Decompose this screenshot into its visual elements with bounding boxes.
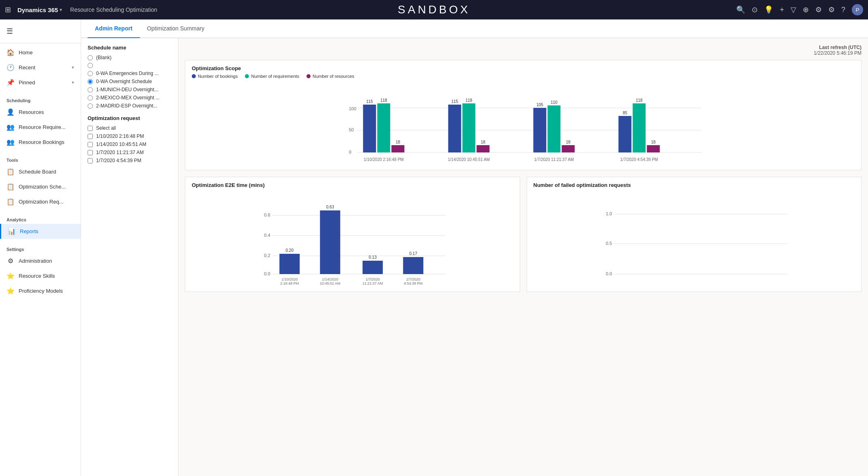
schedule-option-1-munich[interactable]: 1-MUNICH-DEU Overnight...	[88, 87, 171, 92]
svg-text:18: 18	[651, 140, 656, 144]
schedule-option-0wa-emerg[interactable]: 0-WA Emergencies During ...	[88, 71, 171, 76]
svg-text:18: 18	[396, 140, 401, 144]
sidebar-item-pinned[interactable]: 📌 Pinned ▾	[0, 75, 81, 90]
tab-optimization-summary[interactable]: Optimization Summary	[140, 19, 212, 38]
scope-chart-container: Optimization Scope Number of bookings Nu…	[185, 60, 862, 170]
schedule-radio-1-munich[interactable]	[88, 87, 93, 92]
failed-svg-chart: 0.0 0.5 1.0	[534, 192, 855, 285]
e2e-chart-card: Optimization E2E time (mins) 0.0 0.2 0.4…	[185, 177, 520, 292]
svg-text:0.20: 0.20	[286, 248, 294, 253]
chevron-down-icon: ▾	[72, 65, 74, 70]
schedule-icon: 📋	[6, 183, 15, 191]
help-icon[interactable]: ?	[841, 6, 845, 14]
settings-icon[interactable]: ⚙	[815, 5, 822, 14]
checkbox-r2-input[interactable]	[88, 142, 93, 147]
schedule-option-0wa-overnight[interactable]: 0-WA Overnight Schedule	[88, 79, 171, 84]
filter-icon[interactable]: ▽	[791, 5, 796, 14]
schedule-option-empty[interactable]	[88, 63, 171, 68]
sidebar-item-optimization-schedule[interactable]: 📋 Optimization Sche...	[0, 179, 81, 194]
request-icon: 📋	[6, 198, 15, 206]
sidebar-item-resource-bookings[interactable]: 👥 Resource Bookings	[0, 135, 81, 150]
sidebar-item-recent[interactable]: 🕐 Recent ▾	[0, 60, 81, 75]
admin-icon: ⚙	[6, 257, 15, 265]
skills-icon: ⭐	[6, 272, 15, 280]
sidebar-item-resource-requirements[interactable]: 👥 Resource Require...	[0, 120, 81, 135]
bar-g4-resources	[647, 145, 660, 152]
sidebar-item-resources[interactable]: 👤 Resources	[0, 105, 81, 120]
waffle-icon[interactable]: ⊞	[5, 5, 11, 14]
gear-icon[interactable]: ⚙	[828, 5, 835, 14]
add-icon[interactable]: +	[780, 6, 784, 14]
sidebar-item-schedule-board[interactable]: 📋 Schedule Board	[0, 164, 81, 179]
svg-text:11:21:37 AM: 11:21:37 AM	[362, 281, 383, 285]
checkbox-r1[interactable]: 1/10/2020 2:16:48 PM	[88, 133, 171, 139]
schedule-radio-2-mexico[interactable]	[88, 95, 93, 101]
svg-text:110: 110	[551, 100, 557, 105]
legend-bookings: Number of bookings	[192, 74, 238, 79]
avatar[interactable]: P	[852, 4, 863, 15]
sidebar-item-label: Recent	[19, 64, 35, 71]
svg-text:18: 18	[566, 140, 571, 144]
svg-text:0.17: 0.17	[409, 251, 418, 256]
e2e-bar-3	[362, 261, 383, 274]
sidebar-item-label: Optimization Req...	[19, 199, 64, 205]
checkbox-r3-input[interactable]	[88, 150, 93, 155]
settings-header: Settings	[0, 242, 81, 253]
checkbox-r3[interactable]: 1/7/2020 11:21:37 AM	[88, 150, 171, 155]
top-nav-actions: 🔍 ⊙ 💡 + ▽ ⊕ ⚙ ⚙ ? P	[736, 4, 863, 15]
svg-text:115: 115	[451, 99, 458, 104]
svg-text:0: 0	[349, 150, 351, 154]
bar-g2-resources	[477, 145, 490, 152]
svg-text:118: 118	[380, 98, 387, 103]
schedule-radio-2-madrid[interactable]	[88, 103, 93, 109]
bar-g1-requirements	[377, 103, 390, 152]
svg-text:105: 105	[536, 103, 543, 107]
sidebar-item-optimization-request[interactable]: 📋 Optimization Req...	[0, 194, 81, 209]
checkbox-select-all[interactable]: Select all	[88, 125, 171, 131]
checkbox-r4-input[interactable]	[88, 158, 93, 163]
checkbox-select-all-input[interactable]	[88, 126, 93, 131]
sidebar-item-administration[interactable]: ⚙ Administration	[0, 253, 81, 268]
sidebar-item-proficiency-models[interactable]: ⭐ Proficiency Models	[0, 283, 81, 298]
svg-text:1/7/2020 4:54:39 PM: 1/7/2020 4:54:39 PM	[620, 157, 658, 162]
sidebar-item-label: Resource Skills	[19, 273, 55, 279]
app-name[interactable]: Dynamics 365 ▾	[17, 6, 62, 13]
checkbox-r1-input[interactable]	[88, 134, 93, 139]
schedule-option-2-madrid[interactable]: 2-MADRID-ESP Overnight...	[88, 103, 171, 109]
search-icon[interactable]: 🔍	[736, 5, 745, 14]
svg-text:1/7/2020: 1/7/2020	[406, 277, 420, 281]
schedule-radio-empty[interactable]	[88, 63, 93, 68]
tools-header: Tools	[0, 153, 81, 164]
sidebar-item-home[interactable]: 🏠 Home	[0, 45, 81, 60]
sidebar-item-resource-skills[interactable]: ⭐ Resource Skills	[0, 268, 81, 283]
lightbulb-icon[interactable]: 💡	[764, 5, 773, 14]
schedule-radio-blank[interactable]	[88, 55, 93, 60]
checkbox-r2[interactable]: 1/14/2020 10:45:51 AM	[88, 142, 171, 147]
optimization-checkbox-group: Select all 1/10/2020 2:16:48 PM 1/14/202…	[88, 125, 171, 163]
sidebar-item-label: Pinned	[19, 79, 35, 86]
schedule-option-blank[interactable]: (Blank)	[88, 55, 171, 60]
board-icon: 📋	[6, 168, 15, 176]
hamburger-icon[interactable]: ☰	[0, 23, 81, 40]
tab-admin-report[interactable]: Admin Report	[88, 19, 140, 38]
svg-text:1.0: 1.0	[606, 211, 612, 216]
schedule-option-2-mexico[interactable]: 2-MEXICO-MEX Overnight ...	[88, 95, 171, 101]
schedule-radio-0wa-emerg[interactable]	[88, 71, 93, 76]
svg-text:10:45:51 AM: 10:45:51 AM	[320, 281, 341, 285]
e2e-bar-4	[403, 257, 423, 274]
sidebar-section-analytics: Analytics 📊 Reports	[0, 211, 81, 240]
bar-g3-resources	[562, 145, 575, 152]
legend-dot-resources	[306, 74, 311, 78]
app-chevron-icon: ▾	[60, 7, 62, 13]
checkmark-icon[interactable]: ⊙	[752, 5, 758, 14]
zoom-icon[interactable]: ⊕	[803, 5, 809, 14]
sidebar-item-label: Schedule Board	[19, 169, 56, 175]
last-refresh-value: 1/22/2020 5:46:19 PM	[814, 50, 862, 56]
tabs-bar: Admin Report Optimization Summary	[81, 19, 868, 38]
sidebar-item-label: Home	[19, 49, 33, 56]
checkbox-r4[interactable]: 1/7/2020 4:54:39 PM	[88, 158, 171, 163]
schedule-radio-0wa-overnight[interactable]	[88, 79, 93, 84]
svg-text:2:16:48 PM: 2:16:48 PM	[280, 281, 299, 285]
sidebar-item-reports[interactable]: 📊 Reports	[0, 224, 81, 239]
page-title: Resource Scheduling Optimization	[70, 6, 157, 13]
